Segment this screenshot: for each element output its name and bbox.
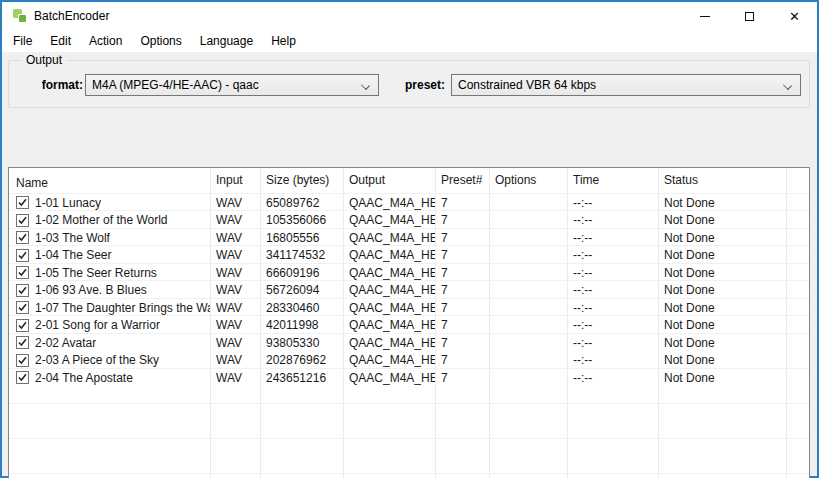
table-row[interactable]: 1-02 Mother of the WorldWAV105356066QAAC… [9,212,809,230]
column-header-name[interactable]: Name [9,168,210,193]
file-name: 2-03 A Piece of the Sky [35,353,159,367]
column-grid-line [658,168,659,496]
row-checkbox[interactable] [16,284,29,297]
preset-cell: 7 [435,231,489,245]
menu-item-edit[interactable]: Edit [41,31,80,51]
column-header-options[interactable]: Options [489,168,567,193]
file-name: 1-04 The Seer [35,248,112,262]
column-grid-line [435,168,436,496]
table-row[interactable]: 1-04 The SeerWAV341174532QAAC_M4A_HE7--:… [9,247,809,265]
input-cell: WAV [210,336,260,350]
check-mark-icon [18,373,27,382]
column-header-output[interactable]: Output [343,168,435,193]
menu-item-file[interactable]: File [4,31,41,51]
row-checkbox[interactable] [16,214,29,227]
file-name: 1-02 Mother of the World [35,213,168,227]
column-grid-line [260,168,261,496]
output-cell: QAAC_M4A_HE [343,248,435,262]
size-cell: 93805330 [260,336,343,350]
menu-item-options[interactable]: Options [131,31,190,51]
minimize-icon [700,16,710,17]
input-cell: WAV [210,266,260,280]
client-area: Output format: M4A (MPEG-4/HE-AAC) - qaa… [2,52,817,476]
table-row[interactable]: 2-04 The ApostateWAV243651216QAAC_M4A_HE… [9,369,809,387]
input-cell: WAV [210,318,260,332]
column-header-size-bytes[interactable]: Size (bytes) [260,168,343,193]
format-dropdown[interactable]: M4A (MPEG-4/HE-AAC) - qaac [85,74,379,96]
row-checkbox[interactable] [16,249,29,262]
name-cell: 2-01 Song for a Warrior [9,318,210,332]
output-cell: QAAC_M4A_HE [343,301,435,315]
table-row[interactable]: 1-05 The Seer ReturnsWAV66609196QAAC_M4A… [9,264,809,282]
row-checkbox[interactable] [16,371,29,384]
caption-buttons: ✕ [682,2,817,30]
table-row[interactable]: 2-01 Song for a WarriorWAV42011998QAAC_M… [9,317,809,335]
size-cell: 28330460 [260,301,343,315]
input-cell: WAV [210,248,260,262]
table-row[interactable]: 2-03 A Piece of the SkyWAV202876962QAAC_… [9,352,809,370]
row-checkbox[interactable] [16,301,29,314]
table-row[interactable]: 1-01 LunacyWAV65089762QAAC_M4A_HE7--:--N… [9,194,809,212]
check-mark-icon [18,216,27,225]
row-checkbox[interactable] [16,231,29,244]
column-header-preset[interactable]: Preset# [435,168,489,193]
close-icon: ✕ [789,10,800,23]
check-mark-icon [18,268,27,277]
input-cell: WAV [210,213,260,227]
preset-cell: 7 [435,301,489,315]
output-cell: QAAC_M4A_HE [343,336,435,350]
input-cell: WAV [210,353,260,367]
preset-dropdown[interactable]: Constrained VBR 64 kbps [451,74,801,96]
status-cell: Not Done [658,266,786,280]
table-row[interactable]: 1-06 93 Ave. B BluesWAV56726094QAAC_M4A_… [9,282,809,300]
row-checkbox[interactable] [16,266,29,279]
check-mark-icon [18,321,27,330]
name-cell: 2-04 The Apostate [9,371,210,385]
title-bar[interactable]: BatchEncoder ✕ [2,2,817,30]
format-label: format: [19,78,83,92]
maximize-icon [745,12,754,21]
row-checkbox[interactable] [16,354,29,367]
maximize-button[interactable] [727,2,772,30]
output-groupbox-legend: Output [22,53,66,67]
row-checkbox[interactable] [16,196,29,209]
name-cell: 1-03 The Wolf [9,231,210,245]
close-button[interactable]: ✕ [772,2,817,30]
output-cell: QAAC_M4A_HE [343,353,435,367]
status-cell: Not Done [658,371,786,385]
file-name: 2-02 Avatar [35,336,96,350]
row-checkbox[interactable] [16,336,29,349]
name-cell: 1-06 93 Ave. B Blues [9,283,210,297]
screenshot-stage: BatchEncoder ✕ FileEditActionOptionsLang… [0,0,819,496]
preset-label: preset: [391,78,445,92]
size-cell: 16805556 [260,231,343,245]
check-mark-icon [18,356,27,365]
table-row[interactable]: 1-07 The Daughter Brings the WaterWAV283… [9,299,809,317]
table-row[interactable]: 2-02 AvatarWAV93805330QAAC_M4A_HE7--:--N… [9,334,809,352]
column-header-time[interactable]: Time [567,168,658,193]
input-cell: WAV [210,231,260,245]
menu-item-help[interactable]: Help [262,31,305,51]
file-list: NameInputSize (bytes)OutputPreset#Option… [8,167,810,496]
preset-cell: 7 [435,196,489,210]
menu-item-language[interactable]: Language [191,31,262,51]
column-header-status[interactable]: Status [658,168,786,193]
column-header-input[interactable]: Input [210,168,260,193]
file-list-inner: NameInputSize (bytes)OutputPreset#Option… [9,168,809,496]
status-cell: Not Done [658,336,786,350]
desktop-background [0,478,819,496]
time-cell: --:-- [567,301,658,315]
time-cell: --:-- [567,196,658,210]
minimize-button[interactable] [682,2,727,30]
menu-item-action[interactable]: Action [80,31,131,51]
status-cell: Not Done [658,231,786,245]
file-name: 1-01 Lunacy [35,196,101,210]
size-cell: 243651216 [260,371,343,385]
chevron-down-icon [783,81,792,90]
row-checkbox[interactable] [16,319,29,332]
table-row[interactable]: 1-03 The WolfWAV16805556QAAC_M4A_HE7--:-… [9,229,809,247]
time-cell: --:-- [567,213,658,227]
batchencoder-window: BatchEncoder ✕ FileEditActionOptionsLang… [0,0,819,478]
status-cell: Not Done [658,353,786,367]
output-cell: QAAC_M4A_HE [343,266,435,280]
